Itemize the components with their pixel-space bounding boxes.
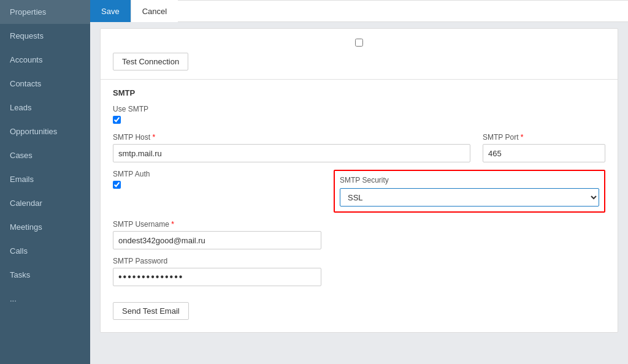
sidebar-item-label: Cases <box>10 151 33 160</box>
sidebar-item-label: Leads <box>10 103 31 112</box>
smtp-security-wrapper: SMTP Security SSL TLS None <box>334 170 605 213</box>
sidebar-item-label: Calendar <box>10 199 42 208</box>
smtp-security-group: SMTP Security SSL TLS None <box>334 170 605 213</box>
sidebar-item-label: Accounts <box>10 55 42 64</box>
sidebar-item-label: Tasks <box>10 270 30 279</box>
sidebar-item-leads[interactable]: Leads <box>0 96 90 119</box>
use-smtp-row: Use SMTP <box>113 105 605 126</box>
use-smtp-label: Use SMTP <box>113 105 605 113</box>
cancel-button[interactable]: Cancel <box>131 0 178 22</box>
sidebar-item-emails[interactable]: Emails <box>0 167 90 191</box>
smtp-username-input[interactable] <box>113 231 321 249</box>
section-divider <box>101 79 618 80</box>
smtp-section-title: SMTP <box>113 88 605 97</box>
sidebar-item-calendar[interactable]: Calendar <box>0 191 90 215</box>
smtp-auth-security-row: SMTP Auth SMTP Security SSL TLS None <box>113 170 605 213</box>
smtp-password-group: SMTP Password <box>113 257 321 286</box>
smtp-security-select[interactable]: SSL TLS None <box>340 188 599 207</box>
toolbar: Save Cancel <box>90 0 628 22</box>
top-checkbox-row <box>113 39 605 47</box>
sidebar-item-cases[interactable]: Cases <box>0 143 90 167</box>
sidebar-item-label: Requests <box>10 31 44 40</box>
smtp-auth-group: SMTP Auth <box>113 170 321 213</box>
sidebar-item-label: Emails <box>10 175 34 184</box>
sidebar-item-label: ... <box>10 294 17 303</box>
sidebar-item-more[interactable]: ... <box>0 287 90 311</box>
sidebar-item-calls[interactable]: Calls <box>0 239 90 263</box>
save-button[interactable]: Save <box>90 0 131 22</box>
sidebar-item-tasks[interactable]: Tasks <box>0 263 90 287</box>
smtp-auth-label: SMTP Auth <box>113 170 321 178</box>
sidebar-item-accounts[interactable]: Accounts <box>0 48 90 72</box>
sidebar-item-contacts[interactable]: Contacts <box>0 72 90 96</box>
smtp-password-label: SMTP Password <box>113 257 321 265</box>
top-checkbox[interactable] <box>355 39 363 47</box>
smtp-password-input[interactable] <box>113 268 321 286</box>
smtp-username-label: SMTP Username * <box>113 220 321 229</box>
smtp-security-label: SMTP Security <box>340 176 599 184</box>
sidebar-item-requests[interactable]: Requests <box>0 24 90 48</box>
sidebar-item-label: Contacts <box>10 79 41 88</box>
smtp-host-input[interactable] <box>113 144 470 162</box>
sidebar: Properties Requests Accounts Contacts Le… <box>0 0 90 364</box>
smtp-port-group: SMTP Port * <box>483 133 605 162</box>
smtp-username-group: SMTP Username * <box>113 220 321 249</box>
sidebar-item-meetings[interactable]: Meetings <box>0 215 90 239</box>
test-connection-button[interactable]: Test Connection <box>113 53 188 70</box>
send-test-email-button[interactable]: Send Test Email <box>113 302 189 320</box>
content-area: Test Connection SMTP Use SMTP SMTP Host … <box>90 22 628 364</box>
sidebar-item-label: Properties <box>10 7 46 17</box>
sidebar-item-label: Meetings <box>10 222 42 232</box>
smtp-host-group: SMTP Host * <box>113 133 470 162</box>
sidebar-item-label: Opportunities <box>10 127 57 136</box>
settings-card: Test Connection SMTP Use SMTP SMTP Host … <box>100 28 618 333</box>
use-smtp-checkbox[interactable] <box>113 116 121 124</box>
test-connection-section: Test Connection <box>113 53 605 79</box>
smtp-port-input[interactable] <box>483 144 605 162</box>
smtp-auth-checkbox[interactable] <box>113 181 121 189</box>
smtp-port-label: SMTP Port * <box>483 133 605 142</box>
sidebar-item-properties[interactable]: Properties <box>0 0 90 24</box>
sidebar-item-label: Calls <box>10 246 28 256</box>
sidebar-item-opportunities[interactable]: Opportunities <box>0 119 90 143</box>
smtp-host-label: SMTP Host * <box>113 133 470 142</box>
smtp-host-port-row: SMTP Host * SMTP Port * <box>113 133 605 162</box>
main-area: Save Cancel Test Connection SMTP Use SMT… <box>90 0 628 364</box>
